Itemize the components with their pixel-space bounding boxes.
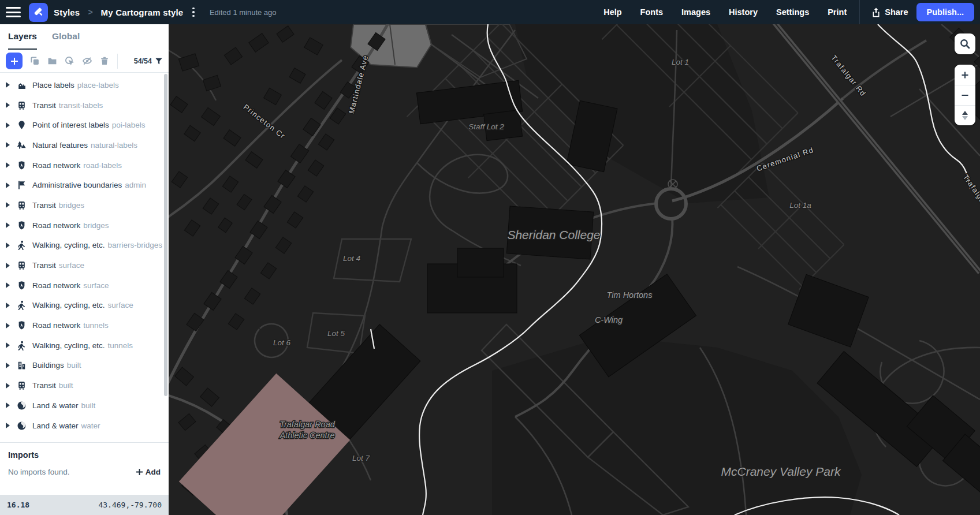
layer-group-suffix: bridges (83, 221, 109, 230)
expand-caret-icon[interactable] (6, 303, 10, 308)
map-zoom-controls (955, 65, 975, 125)
expand-caret-icon[interactable] (6, 102, 10, 108)
layer-group-row[interactable]: Road networkbridges (0, 215, 169, 236)
search-icon (960, 39, 970, 49)
top-nav-print[interactable]: Print (818, 0, 856, 24)
poi-icon (17, 120, 27, 130)
share-button[interactable]: Share (863, 8, 916, 17)
layer-group-row[interactable]: Administrative boundariesadmin (0, 175, 169, 195)
layer-group-row[interactable]: Transitbuilt (0, 375, 169, 395)
landwater-icon (17, 421, 27, 431)
layer-group-row[interactable]: Walking, cycling, etc.surface (0, 296, 169, 316)
layer-group-name: Road network (32, 161, 80, 170)
layers-toolbar: 54/54 (0, 50, 169, 73)
expand-caret-icon[interactable] (6, 282, 10, 288)
expand-caret-icon[interactable] (6, 423, 10, 428)
top-nav-help[interactable]: Help (594, 0, 631, 24)
layer-group-name: Transit (32, 381, 56, 390)
duplicate-layer-icon[interactable] (30, 56, 40, 66)
zoom-out-button[interactable] (955, 85, 975, 105)
layer-group-suffix: surface (108, 301, 133, 309)
top-nav-history[interactable]: History (720, 0, 767, 24)
top-bar: Styles > My Cartogram style Edited 1 min… (0, 0, 980, 24)
map-label: Lot 7 (352, 454, 370, 462)
expand-caret-icon[interactable] (6, 242, 10, 248)
mapbox-studio-logo[interactable] (29, 3, 48, 22)
paint-roller-icon (33, 6, 44, 18)
publish-button[interactable]: Publish... (916, 3, 974, 21)
map-canvas[interactable]: Lot 1Trafalgar RdMartindale AvePrinceton… (169, 24, 980, 515)
imports-empty-text: No imports found. (8, 468, 70, 476)
layer-group-row[interactable]: Land & waterbuilt (0, 395, 169, 416)
layer-group-row[interactable]: Transitsurface (0, 255, 169, 275)
layer-group-name: Road network (32, 221, 80, 230)
tab-layers[interactable]: Layers (8, 31, 37, 50)
minus-icon (961, 91, 969, 99)
zoom-in-button[interactable] (955, 65, 975, 85)
place-icon (17, 80, 27, 90)
add-import-button[interactable]: Add (136, 468, 161, 476)
road-icon (17, 320, 27, 330)
style-options-kebab-icon[interactable] (189, 5, 198, 20)
layer-group-row[interactable]: Point of interest labelspoi-labels (0, 115, 169, 135)
expand-caret-icon[interactable] (6, 182, 10, 188)
transit-icon (17, 380, 27, 390)
expand-caret-icon[interactable] (6, 383, 10, 389)
top-nav-images[interactable]: Images (672, 0, 720, 24)
layer-group-row[interactable]: Place labelsplace-labels (0, 75, 169, 95)
plus-icon (961, 71, 969, 79)
expand-caret-icon[interactable] (6, 402, 10, 408)
map-label: C-Wing (595, 315, 623, 324)
expand-caret-icon[interactable] (6, 342, 10, 348)
layer-group-row[interactable]: Walking, cycling, etc.tunnels (0, 335, 169, 356)
expand-caret-icon[interactable] (6, 202, 10, 208)
layer-group-name: Land & water (32, 421, 79, 430)
layer-group-suffix: built (81, 401, 96, 410)
map-status-bar: 16.18 43.469,-79.700 (0, 495, 169, 515)
style-title[interactable]: My Cartogram style (101, 8, 184, 17)
layer-group-name: Transit (32, 101, 56, 110)
expand-caret-icon[interactable] (6, 323, 10, 329)
hide-layer-icon[interactable] (82, 56, 92, 66)
expand-caret-icon[interactable] (6, 263, 10, 268)
layer-group-row[interactable]: Walking, cycling, etc.barriers-bridges (0, 236, 169, 256)
walking-icon (17, 341, 27, 350)
layer-group-row[interactable]: Road networkroad-labels (0, 155, 169, 176)
layer-group-row[interactable]: Transittransit-labels (0, 95, 169, 115)
edited-status: Edited 1 minute ago (210, 8, 277, 17)
expand-caret-icon[interactable] (6, 363, 10, 368)
layer-filter-counter[interactable]: 54/54 (134, 57, 163, 65)
top-nav-settings[interactable]: Settings (767, 0, 818, 24)
layer-group-row[interactable]: Road networksurface (0, 275, 169, 296)
expand-caret-icon[interactable] (6, 222, 10, 228)
layer-group-row[interactable]: Natural featuresnatural-labels (0, 135, 169, 155)
layer-group-row[interactable]: Road networktunnels (0, 315, 169, 335)
zoom-level: 16.18 (7, 501, 29, 509)
breadcrumb-section[interactable]: Styles (54, 8, 80, 17)
layer-group-suffix: transit-labels (59, 101, 103, 110)
layer-group-row[interactable]: Transitbridges (0, 195, 169, 215)
road-icon (17, 281, 27, 290)
sidebar-scrollbar[interactable] (164, 74, 167, 396)
group-folder-icon[interactable] (47, 56, 57, 66)
map-label: Athletic Centre (279, 431, 334, 440)
add-layer-button[interactable] (6, 53, 23, 69)
layer-group-row[interactable]: Buildingsbuilt (0, 356, 169, 376)
top-nav-fonts[interactable]: Fonts (631, 0, 672, 24)
expand-caret-icon[interactable] (6, 162, 10, 168)
pitch-icon (962, 111, 968, 120)
layer-group-suffix: surface (83, 281, 109, 290)
expand-caret-icon[interactable] (6, 82, 10, 88)
layer-group-suffix: tunnels (83, 321, 109, 330)
map-search-button[interactable] (955, 33, 975, 54)
transit-icon (17, 100, 27, 110)
layer-group-row[interactable]: Land & waterwater (0, 416, 169, 436)
tab-global[interactable]: Global (52, 31, 80, 50)
pitch-toggle-button[interactable] (955, 105, 975, 125)
expand-caret-icon[interactable] (6, 142, 10, 148)
select-features-icon[interactable] (65, 56, 74, 66)
layer-group-name: Transit (32, 201, 56, 210)
delete-layer-icon[interactable] (100, 56, 109, 66)
menu-icon[interactable] (6, 7, 21, 17)
expand-caret-icon[interactable] (6, 122, 10, 128)
